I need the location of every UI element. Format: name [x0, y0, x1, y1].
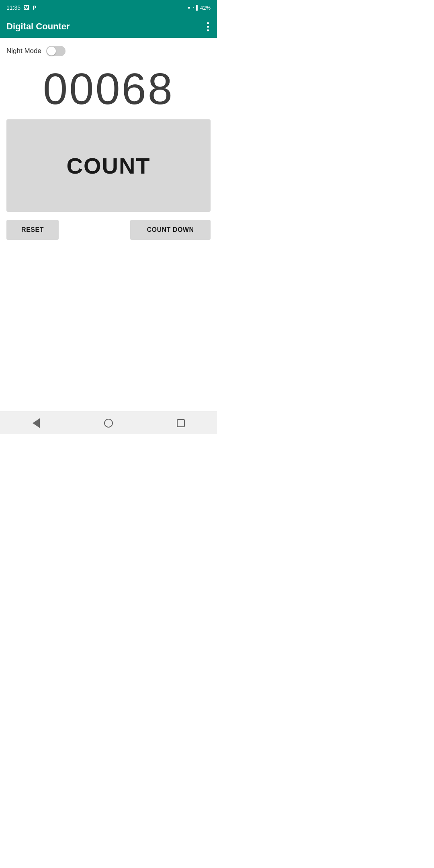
nav-bar	[0, 411, 217, 434]
counter-display: 00068	[6, 64, 211, 113]
back-button[interactable]	[31, 418, 42, 429]
status-bar-right: ▾ ᐧ▐ 42%	[188, 5, 211, 11]
app-title: Digital Counter	[6, 21, 70, 32]
parking-icon: P	[33, 4, 36, 11]
time-display: 11:35	[6, 4, 20, 11]
reset-button[interactable]: RESET	[6, 220, 59, 240]
recents-icon	[177, 419, 185, 427]
home-button[interactable]	[103, 418, 114, 429]
more-options-button[interactable]	[205, 20, 211, 33]
count-button-label: COUNT	[66, 153, 150, 179]
battery-display: 42%	[200, 5, 211, 11]
status-bar-left: 11:35 🖼 P	[6, 4, 36, 11]
bottom-buttons: RESET COUNT DOWN	[6, 220, 211, 240]
back-icon	[33, 418, 40, 428]
dot1	[207, 22, 209, 24]
dot3	[207, 29, 209, 31]
recents-button[interactable]	[175, 418, 186, 429]
countdown-button[interactable]: COUNT DOWN	[130, 220, 211, 240]
app-bar: Digital Counter	[0, 15, 217, 38]
night-mode-label: Night Mode	[6, 47, 41, 55]
toggle-knob	[47, 47, 56, 55]
night-mode-toggle[interactable]	[46, 46, 66, 56]
spacer	[6, 248, 211, 411]
night-mode-row: Night Mode	[6, 46, 211, 56]
dot2	[207, 26, 209, 28]
home-icon	[104, 419, 113, 428]
photo-icon: 🖼	[24, 4, 29, 11]
count-button[interactable]: COUNT	[6, 119, 211, 212]
main-content: Night Mode 00068 COUNT RESET COUNT DOWN	[0, 38, 217, 411]
wifi-icon: ▾	[188, 5, 190, 11]
status-bar: 11:35 🖼 P ▾ ᐧ▐ 42%	[0, 0, 217, 15]
signal-icon: ᐧ▐	[193, 5, 198, 10]
